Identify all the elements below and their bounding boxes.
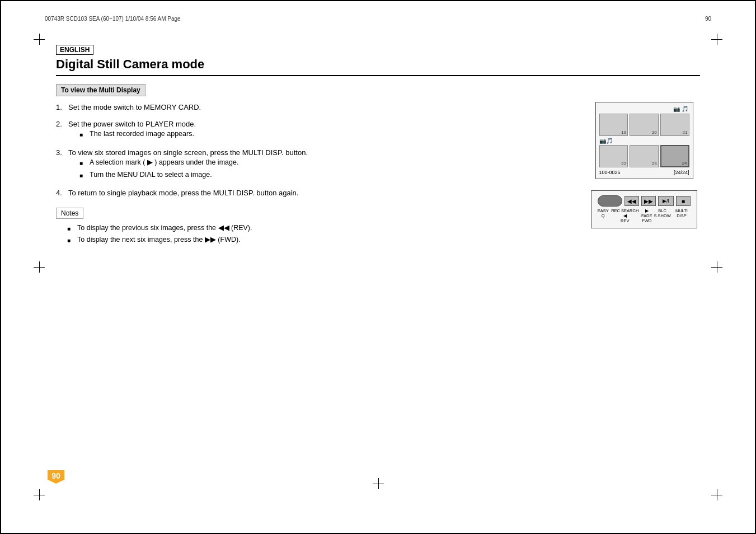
left-column: 1. Set the mode switch to MEMORY CARD. 2…: [56, 102, 571, 247]
bullet-icon-4: ■: [67, 225, 74, 233]
display-bottom-right: [24/24]: [674, 170, 689, 175]
display-cell-23: 23: [630, 145, 659, 167]
easy-q-button: [598, 195, 622, 207]
multidisp-button: ■: [676, 196, 691, 206]
step-1-number: 1.: [56, 102, 65, 113]
step-2-number: 2.: [56, 119, 65, 142]
display-bottom-row: 22 23 24: [599, 145, 689, 167]
step-3-number: 3.: [56, 147, 65, 182]
notes-item-1: ■ To display the previous six images, pr…: [67, 223, 571, 233]
rev-button: ◀◀: [624, 196, 639, 206]
fwd-button: ▶▶: [641, 196, 656, 206]
cell-num-23: 23: [652, 161, 657, 166]
step-2-content: Set the power switch to PLAYER mode. ■ T…: [68, 119, 571, 142]
language-badge: ENGLISH: [56, 45, 93, 55]
print-info: 00743R SCD103 SEA (60~107) 1/10/04 8:56 …: [45, 16, 181, 22]
step-3-text: To view six stored images on single scre…: [68, 147, 571, 158]
notes-item-1-text: To display the previous six images, pres…: [77, 223, 252, 233]
mid-camera-icon: 📷: [599, 138, 606, 144]
bullet-icon-1: ■: [79, 131, 86, 139]
header-line: 00743R SCD103 SEA (60~107) 1/10/04 8:56 …: [45, 16, 711, 22]
page-number: 90: [51, 471, 60, 480]
section-heading: To view the Multi Display: [56, 84, 145, 96]
sshow-button: ▶/I: [658, 196, 674, 206]
page-number-badge: 90: [48, 470, 64, 484]
notes-section: Notes ■ To display the previous six imag…: [56, 208, 571, 245]
label-fwd: ▶ FADEFWD: [640, 208, 654, 223]
control-buttons-row: ◀◀ ▶▶ ▶/I ■: [596, 195, 692, 207]
step-3-bullet-1: ■ A selection mark ( ▶ ) appears under t…: [79, 158, 571, 168]
label-multidisp: MULTI DISP: [671, 208, 692, 223]
mid-icons: 📷 🎵: [599, 138, 689, 144]
cell-num-20: 20: [652, 130, 657, 135]
reg-mark-side-left: [34, 261, 45, 273]
step-3-bullet-2: ■ Turn the MENU DIAL to select a image.: [79, 170, 571, 180]
mid-sound-icon: 🎵: [606, 138, 613, 144]
step-3: 3. To view six stored images on single s…: [56, 147, 571, 182]
display-bottom-bar: 100-0025 [24/24]: [599, 170, 689, 175]
step-1-text: Set the mode switch to MEMORY CARD.: [68, 102, 571, 113]
display-cell-22: 22: [599, 145, 628, 167]
step-4: 4. To return to single playback mode, pr…: [56, 188, 571, 199]
display-top-icons: 📷 🎵: [673, 106, 688, 112]
display-top-row: 19 20 21: [599, 114, 689, 136]
reg-mark-top-right: [711, 34, 722, 45]
display-cell-24: 24: [660, 145, 689, 167]
cell-num-19: 19: [621, 130, 626, 135]
sound-icon: 🎵: [682, 106, 688, 112]
step-4-text: To return to single playback mode, press…: [68, 188, 571, 199]
title-divider: [56, 75, 700, 76]
label-rev: REC SEARCH ◀REV: [611, 208, 640, 223]
bullet-icon-2: ■: [79, 160, 86, 168]
left-border: [0, 0, 1, 534]
control-labels: EASY Q REC SEARCH ◀REV ▶ FADEFWD BLCS.SH…: [596, 208, 692, 223]
right-column: 📷 🎵 19 20 21 📷: [588, 102, 700, 247]
step-3-bullet-2-text: Turn the MENU DIAL to select a image.: [90, 170, 212, 180]
reg-mark-bottom-left: [34, 489, 45, 500]
step-3-content: To view six stored images on single scre…: [68, 147, 571, 182]
step-2-text: Set the power switch to PLAYER mode.: [68, 119, 571, 130]
reg-mark-bottom-right: [711, 489, 722, 500]
content-layout: 1. Set the mode switch to MEMORY CARD. 2…: [56, 102, 700, 247]
cell-num-22: 22: [621, 161, 626, 166]
page-ref: 90: [705, 16, 711, 22]
notes-badge: Notes: [56, 208, 83, 219]
cell-num-21: 21: [683, 130, 688, 135]
step-2-bullet-1-text: The last recorded image appears.: [90, 129, 194, 139]
top-border-left: [0, 0, 378, 1]
main-content: ENGLISH Digital Still Camera mode To vie…: [56, 45, 700, 478]
notes-item-2: ■ To display the next six images, press …: [67, 235, 571, 245]
reg-mark-side-right: [711, 261, 722, 273]
cell-num-24: 24: [682, 161, 687, 166]
multi-display-diagram: 📷 🎵 19 20 21 📷: [595, 102, 693, 179]
page-title: Digital Still Camera mode: [56, 57, 700, 72]
step-3-bullet-1-text: A selection mark ( ▶ ) appears under the…: [90, 158, 238, 168]
camera-icon: 📷: [673, 106, 680, 112]
top-border-right: [378, 0, 757, 1]
reg-mark-top-left: [34, 34, 45, 45]
step-2-bullet-1: ■ The last recorded image appears.: [79, 129, 571, 139]
step-2: 2. Set the power switch to PLAYER mode. …: [56, 119, 571, 142]
step-1: 1. Set the mode switch to MEMORY CARD.: [56, 102, 571, 113]
display-cell-19: 19: [599, 114, 628, 136]
bullet-icon-3: ■: [79, 172, 86, 180]
display-bottom-left: 100-0025: [599, 170, 621, 175]
display-cell-20: 20: [630, 114, 659, 136]
step-4-number: 4.: [56, 188, 65, 199]
label-easy-q: EASY Q: [596, 208, 611, 223]
camera-control-diagram: ◀◀ ▶▶ ▶/I ■ EASY Q REC SEARCH ◀REV ▶ FAD…: [591, 190, 697, 228]
label-sshow: BLCS.SHOW: [654, 208, 670, 223]
display-cell-21: 21: [660, 114, 689, 136]
notes-item-2-text: To display the next six images, press th…: [77, 235, 241, 245]
bullet-icon-5: ■: [67, 237, 74, 245]
